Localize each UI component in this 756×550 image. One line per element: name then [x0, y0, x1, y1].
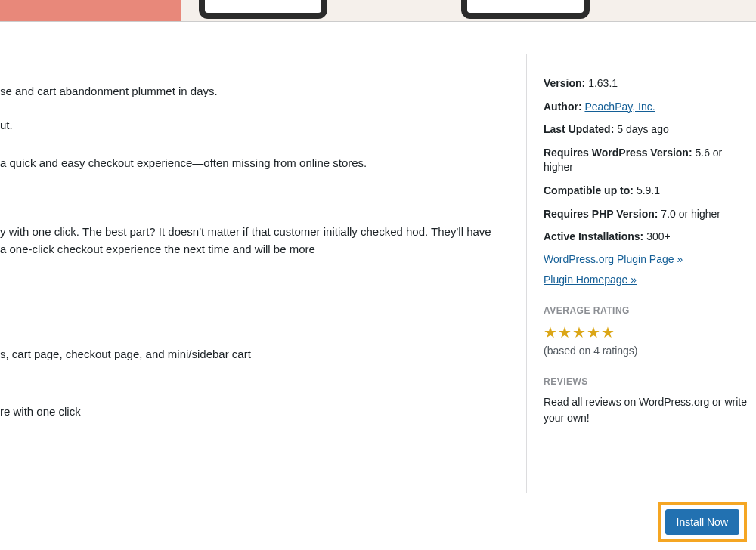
author-link[interactable]: PeachPay, Inc. — [584, 100, 655, 113]
modal-footer: Install Now — [0, 493, 756, 550]
install-now-button[interactable]: Install Now — [665, 509, 739, 535]
meta-label: Active Installations: — [544, 230, 643, 243]
meta-author: Author: PeachPay, Inc. — [544, 100, 747, 115]
content-wrapper: se and cart abandonment plummet in days.… — [0, 54, 756, 522]
meta-label: Compatible up to: — [544, 184, 634, 196]
average-rating-heading: AVERAGE RATING — [544, 305, 747, 316]
meta-label: Requires PHP Version: — [544, 208, 658, 220]
meta-active-installs: Active Installations: 300+ — [544, 230, 747, 245]
star-rating-icon: ★★★★★ — [544, 323, 747, 341]
meta-value: 300+ — [646, 230, 671, 243]
reviews-heading: REVIEWS — [544, 376, 747, 387]
plugin-homepage-link[interactable]: Plugin Homepage » — [544, 273, 747, 286]
meta-label: Requires WordPress Version: — [544, 147, 692, 159]
meta-label: Last Updated: — [544, 123, 614, 135]
description-paragraph: re with one click — [0, 403, 496, 420]
meta-compatible: Compatible up to: 5.9.1 — [544, 184, 747, 199]
meta-value: 5.9.1 — [637, 184, 660, 196]
meta-requires-php: Requires PHP Version: 7.0 or higher — [544, 207, 747, 222]
description-paragraph: s, cart page, checkout page, and mini/si… — [0, 345, 496, 363]
reviews-text: Read all reviews on WordPress.org or wri… — [544, 394, 747, 426]
plugin-description: se and cart abandonment plummet in days.… — [0, 54, 526, 522]
meta-last-updated: Last Updated: 5 days ago — [544, 122, 747, 138]
meta-version: Version: 1.63.1 — [544, 76, 747, 91]
meta-requires-wp: Requires WordPress Version: 5.6 or highe… — [544, 146, 747, 175]
plugin-banner: EXPRESS CHECKOUT — [0, 0, 756, 22]
plugin-sidebar: Version: 1.63.1 Author: PeachPay, Inc. L… — [526, 54, 756, 522]
banner-phone-mock-left — [199, 0, 327, 19]
description-paragraph: y with one click. The best part? It does… — [0, 223, 496, 258]
banner-phone-mock-right: EXPRESS CHECKOUT — [461, 0, 590, 19]
meta-label: Version: — [544, 77, 585, 89]
wp-org-plugin-page-link[interactable]: WordPress.org Plugin Page » — [544, 253, 747, 265]
meta-label: Author: — [544, 100, 582, 113]
description-paragraph: se and cart abandonment plummet in days. — [0, 82, 496, 100]
rating-count: (based on 4 ratings) — [544, 345, 747, 357]
meta-value: 1.63.1 — [588, 77, 618, 89]
meta-value: 7.0 or higher — [661, 208, 720, 220]
description-paragraph: a quick and easy checkout experience—oft… — [0, 154, 496, 171]
install-highlight-box: Install Now — [658, 502, 747, 542]
description-paragraph: ut. — [0, 116, 496, 134]
meta-value: 5 days ago — [617, 123, 669, 135]
